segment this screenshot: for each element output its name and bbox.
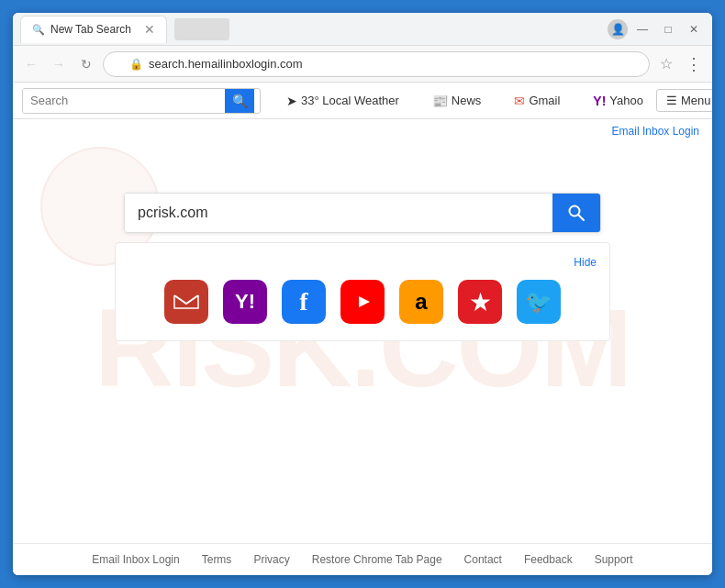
yahoo-icon: Y! — [593, 94, 606, 108]
quick-links-container: Hide Y! f — [115, 242, 610, 341]
gmail-button[interactable]: ✉ Gmail — [507, 90, 567, 112]
footer-link-terms[interactable]: Terms — [202, 553, 232, 566]
new-tab-area — [174, 18, 229, 40]
quicklink-facebook[interactable]: f — [282, 280, 326, 324]
hide-button[interactable]: Hide — [116, 256, 609, 276]
yahoo-button[interactable]: Y! Yahoo — [586, 90, 651, 112]
youtube-quicklink-icon — [346, 290, 379, 314]
footer-link-contact[interactable]: Contact — [464, 553, 502, 566]
bookmark-button[interactable]: ☆ — [655, 53, 677, 75]
news-button[interactable]: 📰 News — [425, 90, 489, 112]
weather-label: 33° Local Weather — [301, 94, 399, 107]
quicklink-youtube[interactable] — [340, 280, 385, 324]
menu-button[interactable]: ☰ Menu — [656, 89, 712, 112]
page-content: RISK.COM Email Inbox Login Hide — [13, 119, 712, 575]
quicklink-gmail[interactable] — [164, 280, 208, 324]
toolbar-search-box[interactable]: 🔍 — [22, 88, 261, 114]
footer-link-privacy[interactable]: Privacy — [253, 553, 289, 566]
toolbar-search-button[interactable]: 🔍 — [225, 89, 254, 113]
quicklink-yahoo[interactable]: Y! — [223, 280, 267, 324]
title-bar: 🔍 New Tab Search ✕ 👤 — □ ✕ — [13, 13, 712, 46]
main-search-input[interactable] — [125, 194, 552, 232]
weather-icon: ➤ — [286, 94, 297, 108]
tab-close-button[interactable]: ✕ — [144, 22, 155, 37]
footer-link-emailinboxlogin[interactable]: Email Inbox Login — [92, 553, 179, 566]
menu-icon: ☰ — [666, 94, 677, 107]
gmail-icon: ✉ — [514, 94, 525, 108]
toolbar-search-input[interactable] — [23, 89, 225, 113]
footer-link-feedback[interactable]: Feedback — [524, 553, 573, 566]
back-button[interactable]: ← — [20, 53, 42, 75]
title-bar-controls: 👤 — □ ✕ — [608, 18, 705, 40]
news-label: News — [452, 94, 482, 107]
weather-button[interactable]: ➤ 33° Local Weather — [279, 90, 407, 112]
gmail-quicklink-icon — [173, 292, 200, 312]
minimize-button[interactable]: — — [631, 18, 653, 40]
menu-label: Menu — [681, 94, 711, 107]
tab-bar: 🔍 New Tab Search ✕ — [20, 16, 600, 43]
toolbar: 🔍 ➤ 33° Local Weather 📰 News ✉ Gmail Y! … — [13, 83, 712, 119]
footer: Email Inbox Login Terms Privacy Restore … — [13, 543, 712, 575]
refresh-button[interactable]: ↻ — [75, 53, 97, 75]
news-icon: 📰 — [432, 94, 448, 108]
footer-link-restore[interactable]: Restore Chrome Tab Page — [312, 553, 442, 566]
quicklink-macys[interactable]: ★ — [458, 280, 502, 324]
main-search-button[interactable] — [552, 194, 600, 232]
close-button[interactable]: ✕ — [683, 18, 705, 40]
security-icon: 🔒 — [129, 58, 143, 71]
address-bar: ← → ↻ 🔒 search.hemailinboxlogin.com ☆ ⋮ — [13, 46, 712, 83]
more-options-button[interactable]: ⋮ — [683, 53, 705, 75]
profile-button[interactable]: 👤 — [608, 19, 628, 39]
footer-link-support[interactable]: Support — [595, 553, 633, 566]
url-text: search.hemailinboxlogin.com — [149, 57, 638, 71]
maximize-button[interactable]: □ — [657, 18, 679, 40]
search-icon — [567, 204, 586, 222]
svg-line-1 — [578, 215, 584, 220]
browser-window: 🔍 New Tab Search ✕ 👤 — □ ✕ ← → ↻ 🔒 searc… — [13, 13, 712, 575]
quicklink-twitter[interactable]: 🐦 — [517, 280, 561, 324]
yahoo-label: Yahoo — [609, 94, 643, 107]
quick-links: Y! f a ★ 🐦 — [116, 276, 609, 327]
quicklink-amazon[interactable]: a — [399, 280, 443, 324]
gmail-label: Gmail — [529, 94, 560, 107]
url-bar[interactable]: 🔒 search.hemailinboxlogin.com — [103, 51, 650, 77]
main-search-area: Hide Y! f — [13, 119, 712, 341]
forward-button[interactable]: → — [48, 53, 70, 75]
main-search-box[interactable] — [124, 193, 601, 233]
active-tab[interactable]: 🔍 New Tab Search ✕ — [20, 16, 167, 43]
tab-label: New Tab Search — [50, 23, 131, 36]
tab-icon: 🔍 — [32, 24, 45, 36]
